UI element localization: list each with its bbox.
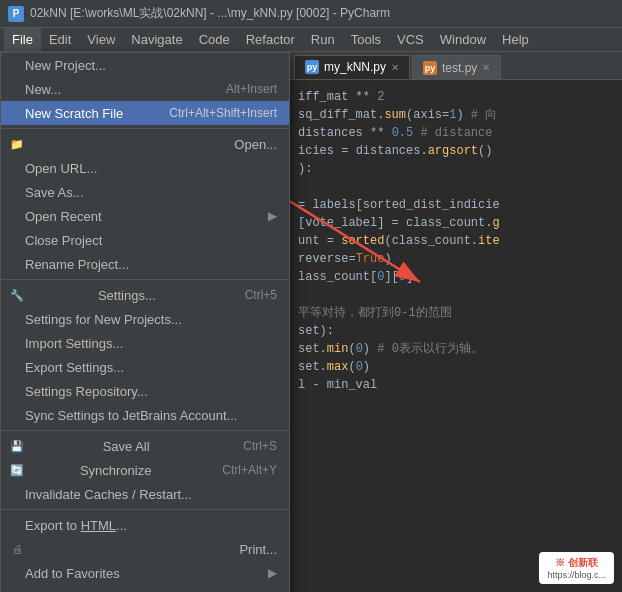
menu-tools[interactable]: Tools: [343, 28, 389, 51]
menu-new-scratch-file[interactable]: New Scratch File Ctrl+Alt+Shift+Insert: [1, 101, 289, 125]
python-icon-2: py: [423, 61, 437, 75]
folder-icon: 📁: [9, 138, 25, 151]
menu-file[interactable]: File: [4, 28, 41, 51]
menu-window[interactable]: Window: [432, 28, 494, 51]
tab-label-2: test.py: [442, 61, 477, 75]
code-line-3: distances ** 0.5 # distance: [298, 124, 614, 142]
menu-open-recent[interactable]: Open Recent ▶: [1, 204, 289, 228]
menu-help[interactable]: Help: [494, 28, 537, 51]
watermark: ※ 创新联 https://blog.c...: [539, 552, 614, 584]
menu-close-project[interactable]: Close Project: [1, 228, 289, 252]
sync-icon: 🔄: [9, 464, 25, 477]
code-line-13: set.min(0) # 0表示以行为轴。: [298, 340, 614, 358]
menu-open-url[interactable]: Open URL...: [1, 156, 289, 180]
menu-settings[interactable]: 🔧 Settings... Ctrl+5: [1, 283, 289, 307]
menu-export-html[interactable]: Export to HTML...: [1, 513, 289, 537]
menu-edit[interactable]: Edit: [41, 28, 79, 51]
menu-sync-jetbrains[interactable]: Sync Settings to JetBrains Account...: [1, 403, 289, 427]
menu-print[interactable]: 🖨 Print...: [1, 537, 289, 561]
code-line-6: = labels[sorted_dist_indicie: [298, 196, 614, 214]
code-line-5: ):: [298, 160, 614, 178]
menu-rename-project[interactable]: Rename Project...: [1, 252, 289, 276]
menu-open[interactable]: 📁 Open...: [1, 132, 289, 156]
separator-4: [1, 509, 289, 510]
code-line-2: sq_diff_mat.sum(axis=1) # 向: [298, 106, 614, 124]
code-line-4: icies = distances.argsort(): [298, 142, 614, 160]
menu-code[interactable]: Code: [191, 28, 238, 51]
menu-bar: File Edit View Navigate Code Refactor Ru…: [0, 28, 622, 52]
python-icon-1: py: [305, 60, 319, 74]
code-line-12: set):: [298, 322, 614, 340]
menu-import-settings[interactable]: Import Settings...: [1, 331, 289, 355]
menu-run[interactable]: Run: [303, 28, 343, 51]
menu-save-all[interactable]: 💾 Save All Ctrl+S: [1, 434, 289, 458]
menu-invalidate-caches[interactable]: Invalidate Caches / Restart...: [1, 482, 289, 506]
tab-close-1[interactable]: ✕: [391, 62, 399, 73]
menu-file-encoding[interactable]: File Encoding: [1, 585, 289, 592]
menu-settings-new-projects[interactable]: Settings for New Projects...: [1, 307, 289, 331]
submenu-arrow-2: ▶: [268, 566, 277, 580]
watermark-url: https://blog.c...: [547, 570, 606, 580]
menu-synchronize[interactable]: 🔄 Synchronize Ctrl+Alt+Y: [1, 458, 289, 482]
code-line-11: 平等对待，都打到0-1的范围: [298, 304, 614, 322]
code-line-8: unt = sorted(class_count.ite: [298, 232, 614, 250]
menu-add-favorites[interactable]: Add to Favorites ▶: [1, 561, 289, 585]
title-bar: P 02kNN [E:\works\ML实战\02kNN] - ...\my_k…: [0, 0, 622, 28]
menu-export-settings[interactable]: Export Settings...: [1, 355, 289, 379]
tab-my-knn[interactable]: py my_kNN.py ✕: [294, 55, 410, 79]
print-icon: 🖨: [9, 543, 25, 555]
menu-view[interactable]: View: [79, 28, 123, 51]
submenu-arrow: ▶: [268, 209, 277, 223]
app-icon: P: [8, 6, 24, 22]
save-icon: 💾: [9, 440, 25, 453]
file-dropdown-menu: New Project... New... Alt+Insert New Scr…: [0, 52, 290, 592]
title-text: 02kNN [E:\works\ML实战\02kNN] - ...\my_kNN…: [30, 5, 390, 22]
menu-refactor[interactable]: Refactor: [238, 28, 303, 51]
code-line-14: set.max(0): [298, 358, 614, 376]
menu-new[interactable]: New... Alt+Insert: [1, 77, 289, 101]
menu-save-as[interactable]: Save As...: [1, 180, 289, 204]
menu-new-project[interactable]: New Project...: [1, 53, 289, 77]
watermark-brand: ※ 创新联: [555, 557, 598, 568]
separator-3: [1, 430, 289, 431]
code-editor[interactable]: iff_mat ** 2 sq_diff_mat.sum(axis=1) # 向…: [290, 80, 622, 402]
tab-label-1: my_kNN.py: [324, 60, 386, 74]
code-line-10: lass_count[0][0]: [298, 268, 614, 286]
code-line-15: l - min_val: [298, 376, 614, 394]
menu-vcs[interactable]: VCS: [389, 28, 432, 51]
wrench-icon: 🔧: [9, 289, 25, 302]
separator-1: [1, 128, 289, 129]
code-line-7: [vote_label] = class_count.g: [298, 214, 614, 232]
tab-close-2[interactable]: ✕: [482, 62, 490, 73]
editor-area: py my_kNN.py ✕ py test.py ✕ iff_mat ** 2…: [290, 52, 622, 592]
separator-2: [1, 279, 289, 280]
code-line-1: iff_mat ** 2: [298, 88, 614, 106]
code-line-9: reverse=True): [298, 250, 614, 268]
menu-navigate[interactable]: Navigate: [123, 28, 190, 51]
tab-test[interactable]: py test.py ✕: [412, 55, 501, 79]
menu-settings-repository[interactable]: Settings Repository...: [1, 379, 289, 403]
editor-tabs: py my_kNN.py ✕ py test.py ✕: [290, 52, 622, 80]
